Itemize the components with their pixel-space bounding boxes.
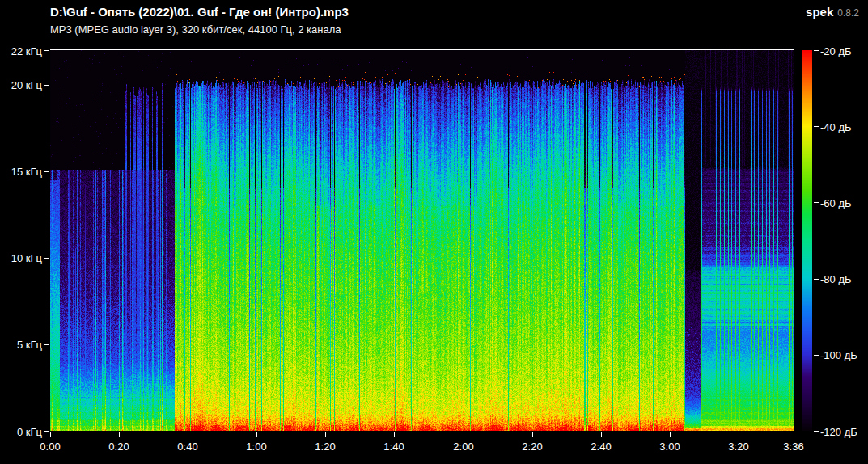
time-tick (670, 432, 671, 437)
freq-tick-label: 20 кГц (3, 79, 42, 91)
db-tick-label: -80 дБ (820, 273, 852, 285)
time-tick (325, 432, 326, 437)
freq-tick (44, 431, 49, 432)
freq-tick (44, 258, 49, 259)
db-tick-label: -20 дБ (820, 44, 852, 57)
time-tick-label: 3:20 (721, 441, 756, 453)
db-tick-label: -100 дБ (820, 349, 857, 361)
db-tick (814, 50, 819, 51)
spek-window: D:\Guf - Опять (2022)\01. Guf - Где он! … (0, 0, 868, 464)
time-tick (532, 432, 533, 437)
time-tick (119, 432, 120, 437)
db-tick (814, 126, 819, 127)
time-tick-label: 0:20 (101, 441, 137, 453)
time-tick (601, 432, 602, 437)
freq-tick-label: 10 кГц (3, 252, 42, 264)
app-version: 0.8.2 (837, 7, 859, 19)
time-tick (464, 432, 464, 437)
time-tick-label: 0:40 (170, 441, 205, 453)
freq-tick (44, 171, 49, 172)
freq-tick (44, 85, 49, 86)
freq-tick-label: 15 кГц (3, 166, 42, 178)
time-tick-label: 2:00 (446, 441, 481, 453)
freq-tick-label: 5 кГц (3, 339, 42, 351)
freq-tick-label: 22 кГц (3, 44, 42, 57)
time-tick (394, 432, 395, 437)
db-tick-label: -40 дБ (820, 120, 852, 133)
time-tick (188, 432, 188, 437)
app-brand: spek 0.8.2 (806, 5, 859, 19)
spectrogram-canvas (50, 50, 794, 431)
db-colorbar (802, 50, 812, 431)
db-tick-label: -60 дБ (820, 196, 852, 209)
freq-tick (44, 50, 49, 51)
plot-border-right (794, 49, 794, 432)
time-tick (50, 432, 51, 437)
time-tick-label: 2:40 (583, 441, 619, 453)
time-tick (739, 432, 739, 437)
time-tick-label: 0:00 (32, 441, 68, 453)
freq-tick-label: 0 кГц (3, 425, 42, 437)
time-tick-label: 1:20 (307, 441, 343, 453)
app-name: spek (806, 5, 833, 19)
time-tick-label: 1:40 (376, 441, 412, 453)
stream-info: MP3 (MPEG audio layer 3), 320 кбит/сек, … (50, 23, 341, 36)
time-tick (794, 432, 794, 437)
time-tick-label: 1:00 (239, 441, 274, 453)
file-path-title: D:\Guf - Опять (2022)\01. Guf - Где он! … (50, 5, 349, 19)
freq-tick (44, 344, 49, 345)
time-tick-label: 3:00 (652, 441, 688, 453)
time-tick-label: 2:20 (514, 441, 550, 453)
db-tick (814, 431, 819, 432)
spectrogram-plot (50, 50, 794, 431)
db-tick (814, 279, 819, 280)
db-tick (814, 355, 819, 356)
db-tick-label: -120 дБ (820, 425, 857, 437)
time-tick-label: 3:36 (776, 441, 811, 453)
time-tick (256, 432, 257, 437)
db-tick (814, 202, 819, 203)
